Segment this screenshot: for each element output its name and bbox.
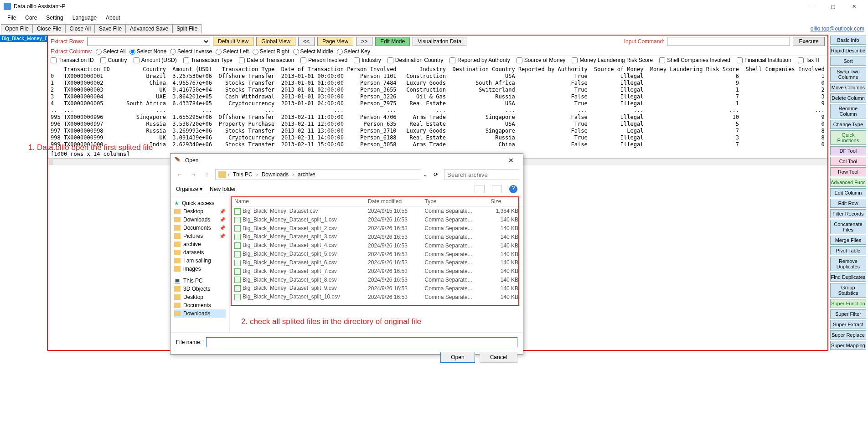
edit-column-button[interactable]: Edit Column — [830, 188, 866, 197]
edit-mode-button[interactable]: Edit Mode — [375, 37, 410, 46]
col-check-financial-institution[interactable]: Financial Institution — [737, 57, 791, 63]
super-replace-button[interactable]: Super Replace — [830, 330, 866, 339]
organize-menu[interactable]: Organize ▾ — [176, 186, 202, 192]
dialog-cancel-button[interactable]: Cancel — [480, 352, 517, 363]
change-type-button[interactable]: Change Type — [830, 120, 866, 129]
col-check-amount-usd-[interactable]: Amount (USD) — [134, 57, 177, 63]
row-tool-button[interactable]: Row Tool — [830, 167, 866, 176]
select-opt-select-all[interactable]: Select All — [96, 48, 125, 55]
view-mode-button[interactable] — [475, 185, 485, 193]
col-check-shell-companies-involved[interactable]: Shell Companies Involved — [659, 57, 730, 63]
split-file-button[interactable]: Split File — [172, 24, 202, 33]
open-file-button[interactable]: Open File — [1, 24, 33, 33]
pivot-table-button[interactable]: Pivot Table — [830, 246, 866, 255]
breadcrumb-archive[interactable]: archive — [296, 171, 317, 178]
file-list[interactable]: NameDate modifiedTypeSizeBig_Black_Money… — [230, 196, 523, 332]
menu-core[interactable]: Core — [21, 14, 41, 22]
tree-datasets[interactable]: datasets — [174, 248, 226, 257]
select-opt-select-inverse[interactable]: Select Inverse — [170, 48, 212, 55]
group-statistics-button[interactable]: Group Statistics — [830, 283, 866, 298]
col-check-source-of-money[interactable]: Source of Money — [517, 57, 566, 63]
select-opt-select-none[interactable]: Select None — [129, 48, 166, 55]
close-button[interactable]: ✕ — [843, 0, 864, 13]
move-columns-button[interactable]: Move Columns — [830, 83, 866, 92]
up-button[interactable]: ↑ — [202, 171, 212, 178]
col-check-transaction-id[interactable]: Transaction ID — [51, 57, 94, 63]
dialog-search-input[interactable] — [444, 169, 519, 180]
filename-input[interactable] — [206, 337, 517, 347]
global-view-button[interactable]: Global View — [256, 37, 295, 46]
dialog-open-button[interactable]: Open — [440, 352, 475, 363]
merge-files-button[interactable]: Merge Files — [830, 236, 866, 245]
tree-desktop[interactable]: Desktop📌 — [174, 207, 226, 216]
quick-functions-button[interactable]: Quick Functions — [830, 130, 866, 145]
remove-duplicates-button[interactable]: Remove Duplicates — [830, 257, 866, 271]
col-check-reported-by-authority[interactable]: Reported by Authority — [450, 57, 510, 63]
filter-records-button[interactable]: Filter Records — [830, 209, 866, 218]
edit-row-button[interactable]: Edit Row — [830, 199, 866, 208]
help-button[interactable]: ? — [509, 185, 517, 193]
refresh-button[interactable]: ⟳ — [430, 171, 441, 178]
dialog-close-button[interactable]: ✕ — [503, 157, 519, 164]
tree-desktop[interactable]: Desktop — [174, 293, 226, 301]
select-opt-select-key[interactable]: Select Key — [337, 48, 370, 55]
file-tab[interactable]: Big_Black_Money_Data — [0, 35, 47, 42]
rename-column-button[interactable]: Rename Column — [830, 104, 866, 118]
col-check-date-of-transaction[interactable]: Date of Transaction — [239, 57, 294, 63]
extract-rows-select[interactable] — [87, 37, 210, 46]
tree-archive[interactable]: archive — [174, 240, 226, 248]
super-extract-button[interactable]: Super Extract — [830, 320, 866, 329]
advanced-func-button[interactable]: Advanced Func — [830, 178, 866, 187]
vis-data-button[interactable]: Visualization Data — [413, 37, 466, 46]
concatenate-files-button[interactable]: Concatenate Files — [830, 220, 866, 234]
folder-tree[interactable]: ★Quick accessDesktop📌Downloads📌Documents… — [170, 196, 230, 332]
tree-i-am-sailing[interactable]: I am sailing — [174, 257, 226, 265]
minimize-button[interactable]: — — [801, 0, 822, 13]
forward-button[interactable]: → — [188, 171, 199, 178]
col-check-money-laundering-risk-score[interactable]: Money Laundering Risk Score — [572, 57, 653, 63]
df-tool-button[interactable]: DF Tool — [830, 146, 866, 155]
address-bar[interactable]: › This PC›Downloads›archive — [215, 169, 420, 180]
col-check-tax-h[interactable]: Tax H — [798, 57, 820, 63]
menu-about[interactable]: About — [101, 14, 124, 22]
tree-3d-objects[interactable]: 3D Objects — [174, 285, 226, 293]
execute-button[interactable]: Execute — [793, 37, 824, 46]
tree-this-pc[interactable]: 💻This PC — [174, 277, 226, 285]
delete-column-button[interactable]: Delete Column — [830, 93, 866, 103]
select-opt-select-left[interactable]: Select Left — [216, 48, 249, 55]
super-filter-button[interactable]: Super Filter — [830, 309, 866, 319]
tree-images[interactable]: images — [174, 265, 226, 273]
super-mapping-button[interactable]: Super Mapping — [830, 341, 866, 350]
col-check-person-involved[interactable]: Person Involved — [300, 57, 347, 63]
new-folder-button[interactable]: New folder — [210, 186, 236, 192]
col-check-industry[interactable]: Industry — [354, 57, 381, 63]
tree-downloads[interactable]: Downloads📌 — [174, 216, 226, 224]
preview-pane-button[interactable] — [492, 185, 502, 193]
next-page-button[interactable]: >> — [356, 37, 372, 46]
email-link[interactable]: olllo.top@outlook.com — [811, 26, 864, 32]
close-file-button[interactable]: Close File — [33, 24, 65, 33]
col-check-destination-country[interactable]: Destination Country — [388, 57, 443, 63]
rapid-describe-button[interactable]: Rapid Describe — [830, 46, 866, 55]
tree-quick-access[interactable]: ★Quick access — [174, 199, 226, 207]
address-dropdown[interactable]: ⌄ — [423, 171, 428, 178]
data-grid[interactable]: Transaction ID Country Amount (USD) Tran… — [48, 64, 827, 150]
select-opt-select-right[interactable]: Select Right — [253, 48, 289, 55]
page-view-button[interactable]: Page View — [317, 37, 353, 46]
tree-documents[interactable]: Documents📌 — [174, 224, 226, 232]
menu-setting[interactable]: Setting — [41, 14, 67, 22]
back-button[interactable]: ← — [174, 171, 185, 178]
tree-downloads[interactable]: Downloads — [174, 309, 226, 318]
maximize-button[interactable]: ▢ — [822, 0, 843, 13]
sort-button[interactable]: Sort — [830, 57, 866, 66]
prev-page-button[interactable]: << — [298, 37, 315, 46]
find-duplicates-button[interactable]: Find Duplicates — [830, 273, 866, 282]
save-file-button[interactable]: Save File — [95, 24, 126, 33]
swap-two-columns-button[interactable]: Swap Two Columns — [830, 67, 866, 82]
breadcrumb-downloads[interactable]: Downloads — [260, 171, 290, 178]
tree-pictures[interactable]: Pictures📌 — [174, 232, 226, 240]
advanced-save-button[interactable]: Advanced Save — [126, 24, 172, 33]
close-all-button[interactable]: Close All — [65, 24, 95, 33]
basic-info-button[interactable]: Basic Info — [830, 36, 866, 45]
default-view-button[interactable]: Default View — [213, 37, 253, 46]
